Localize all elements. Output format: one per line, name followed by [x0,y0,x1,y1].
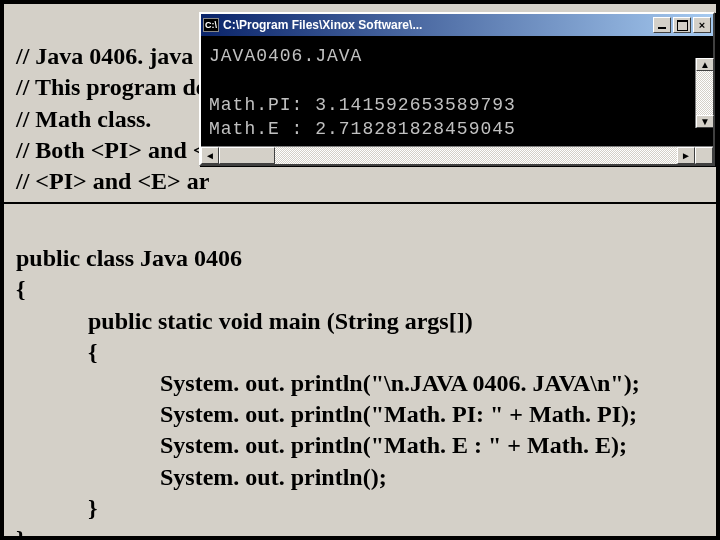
comment-line: // Both <PI> and < [16,137,206,163]
horizontal-scrollbar[interactable]: ◄ ► [201,146,713,164]
console-client-area: JAVA0406.JAVA Math.PI: 3.141592653589793… [201,36,713,146]
scroll-right-button[interactable]: ► [677,147,695,164]
code-line: System. out. println("Math. PI: " + Math… [16,399,637,430]
comment-line: // <PI> and <E> ar [16,168,209,194]
window-title: C:\Program Files\Xinox Software\... [223,18,649,32]
maximize-button[interactable] [673,17,691,33]
scrollbar-corner [695,147,713,164]
console-line: Math.E : 2.718281828459045 [209,119,516,139]
horizontal-divider [4,202,716,204]
titlebar[interactable]: C:\ C:\Program Files\Xinox Software\... … [201,14,713,36]
vertical-scroll-track[interactable] [696,71,713,115]
console-window: C:\ C:\Program Files\Xinox Software\... … [199,12,715,166]
code-line: { [16,337,97,368]
horizontal-scroll-track[interactable] [219,147,677,164]
vertical-scrollbar[interactable]: ▲ ▼ [695,58,713,128]
cmd-icon-label: C:\ [205,20,217,30]
console-output: JAVA0406.JAVA Math.PI: 3.141592653589793… [201,36,713,146]
code-body: public class Java 0406 { public static v… [8,208,648,540]
scroll-left-button[interactable]: ◄ [201,147,219,164]
code-line: { [16,276,25,302]
code-line: public static void main (String args[]) [16,306,473,337]
console-line: JAVA0406.JAVA [209,46,362,66]
minimize-button[interactable] [653,17,671,33]
code-line: System. out. println("Math. E : " + Math… [16,430,627,461]
scroll-down-button[interactable]: ▼ [696,115,714,128]
close-button[interactable]: × [693,17,711,33]
code-line: System. out. println(); [16,462,387,493]
code-comments: // Java 0406. java // This program de //… [8,6,217,201]
cmd-icon: C:\ [203,18,219,32]
comment-line: // Java 0406. java [16,43,193,69]
comment-line: // This program de [16,74,206,100]
comment-line: // Math class. [16,106,151,132]
scroll-up-button[interactable]: ▲ [696,58,714,71]
console-line: Math.PI: 3.141592653589793 [209,95,516,115]
horizontal-scroll-thumb[interactable] [219,147,275,164]
slide-container: // Java 0406. java // This program de //… [0,0,720,540]
window-buttons: × [653,17,711,33]
code-line: public class Java 0406 [16,245,242,271]
code-line: } [16,493,97,524]
code-line: } [16,526,25,540]
code-line: System. out. println("\n.JAVA 0406. JAVA… [16,368,640,399]
